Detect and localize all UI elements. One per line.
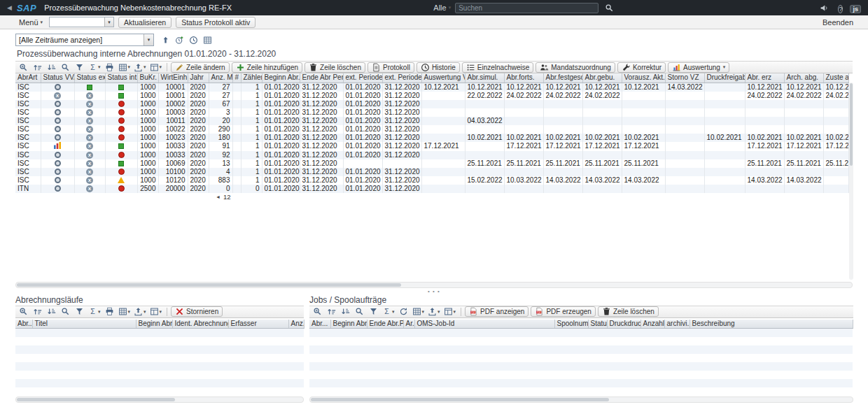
details-button[interactable] <box>17 62 30 73</box>
data-cell[interactable]: 10.12.2021 <box>622 83 665 92</box>
table-row[interactable]: ISCx100010002202067101.01.202031.12.2020… <box>15 100 848 108</box>
column-header[interactable]: Ende Abr Periode <box>300 73 343 83</box>
data-cell[interactable]: 31.12.2020 <box>382 83 421 92</box>
data-cell[interactable]: 2500 <box>137 185 158 193</box>
data-cell[interactable]: 1 <box>241 151 262 159</box>
status-cell[interactable] <box>105 185 137 193</box>
data-cell[interactable]: 31.12.2020 <box>300 83 343 92</box>
data-cell[interactable] <box>232 185 241 193</box>
data-cell[interactable] <box>421 125 465 134</box>
data-cell[interactable]: 01.01.2020 <box>343 185 382 193</box>
combo-dropdown-button[interactable]: ▾ <box>144 34 153 45</box>
data-cell[interactable]: 01.01.2020 <box>262 168 300 176</box>
data-cell[interactable]: 01.01.2020 <box>262 134 300 142</box>
status-cell[interactable] <box>41 117 74 125</box>
data-cell[interactable]: 31.12.2020 <box>382 142 421 151</box>
layout-button[interactable]: ▾ <box>148 306 164 317</box>
data-cell[interactable] <box>784 108 823 117</box>
pdf-anzeigen-button[interactable]: PDF anzeigen <box>465 306 528 317</box>
column-header[interactable]: Beginn Abr.per. <box>136 320 172 329</box>
status-cell[interactable]: x <box>74 108 105 117</box>
column-header[interactable]: Arch. abg. <box>784 73 823 83</box>
search-input[interactable] <box>455 3 598 13</box>
data-cell[interactable] <box>665 92 704 100</box>
status-cell[interactable] <box>105 83 137 92</box>
data-cell[interactable] <box>382 159 421 168</box>
data-cell[interactable] <box>784 100 823 108</box>
data-cell[interactable]: 31.12.2020 <box>382 117 421 125</box>
data-cell[interactable]: 10022 <box>158 125 188 134</box>
status-cell[interactable] <box>105 176 137 185</box>
data-cell[interactable]: ISC <box>15 117 41 125</box>
data-cell[interactable] <box>823 168 848 176</box>
table-row[interactable]: ITNx25002000020200001.01.202031.12.20200… <box>15 185 848 193</box>
data-cell[interactable] <box>232 176 241 185</box>
data-cell[interactable] <box>582 100 622 108</box>
data-cell[interactable]: 17.12.2021 <box>745 142 784 151</box>
data-cell[interactable]: 10.02.2021 <box>823 134 848 142</box>
data-cell[interactable] <box>232 100 241 108</box>
data-cell[interactable] <box>232 168 241 176</box>
protokoll-button[interactable]: Protokoll <box>368 62 414 73</box>
data-cell[interactable]: 10.12.2021 <box>582 83 622 92</box>
data-cell[interactable]: 20000 <box>158 185 188 193</box>
data-cell[interactable] <box>823 185 848 193</box>
data-cell[interactable]: 10023 <box>158 134 188 142</box>
data-cell[interactable]: 10011 <box>158 117 188 125</box>
data-cell[interactable] <box>504 100 543 108</box>
data-cell[interactable] <box>543 151 582 159</box>
period-history-button[interactable] <box>187 34 200 45</box>
refresh-button[interactable] <box>397 306 410 317</box>
data-cell[interactable]: 31.12.2020 <box>300 125 343 134</box>
column-header[interactable]: Beschreibung <box>690 320 853 329</box>
column-header[interactable]: Zuste abg. <box>823 73 848 83</box>
search-scope-dropdown[interactable]: Alle ▾ <box>433 3 451 12</box>
search-button[interactable] <box>603 2 616 13</box>
find-button[interactable] <box>59 62 72 73</box>
data-cell[interactable] <box>665 176 704 185</box>
data-cell[interactable]: ISC <box>15 159 41 168</box>
period-overview-button[interactable] <box>201 34 214 45</box>
data-cell[interactable] <box>421 168 465 176</box>
data-cell[interactable] <box>232 159 241 168</box>
expand-period-button[interactable] <box>159 34 172 45</box>
data-cell[interactable]: 01.01.2020 <box>343 100 382 108</box>
table-row[interactable]: ISCx100010033202092101.01.202031.12.2020… <box>15 151 848 159</box>
table-row[interactable]: ISC100010001202027101.01.202031.12.20200… <box>15 83 848 92</box>
print-button[interactable] <box>103 62 116 73</box>
data-cell[interactable] <box>543 125 582 134</box>
sort-descending-button[interactable] <box>45 306 58 317</box>
back-icon[interactable]: ◀ <box>7 4 12 11</box>
data-cell[interactable]: 31.12.2020 <box>300 142 343 151</box>
data-cell[interactable]: 17.12.2021 <box>784 142 823 151</box>
data-cell[interactable]: 1 <box>241 108 262 117</box>
data-cell[interactable]: 20 <box>209 117 232 125</box>
data-cell[interactable]: ISC <box>15 100 41 108</box>
column-header[interactable]: Anz. ME <box>209 73 232 83</box>
data-cell[interactable]: 10002 <box>158 100 188 108</box>
table-row[interactable]: ISCx10001010020204101.01.202031.12.20200… <box>15 168 848 176</box>
data-cell[interactable]: 2020 <box>188 185 209 193</box>
data-cell[interactable]: ISC <box>15 125 41 134</box>
data-cell[interactable]: 31.12.2020 <box>300 159 343 168</box>
table-row[interactable]: ISCxx100010001202027101.01.202031.12.202… <box>15 92 848 100</box>
status-cell[interactable] <box>105 117 137 125</box>
data-cell[interactable]: 10100 <box>158 168 188 176</box>
period-combobox[interactable]: [Alle Zeiträume anzeigen] ▾ <box>15 34 154 46</box>
data-cell[interactable]: ISC <box>15 176 41 185</box>
data-cell[interactable]: 2020 <box>188 134 209 142</box>
runs-scrollbar-thumb[interactable] <box>17 398 175 401</box>
sum-button[interactable]: ▾ <box>87 306 102 317</box>
data-cell[interactable] <box>465 100 504 108</box>
column-header[interactable]: Status <box>588 320 607 329</box>
data-cell[interactable]: 1000 <box>137 159 158 168</box>
data-cell[interactable] <box>704 125 745 134</box>
column-header[interactable]: Status ext. <box>74 73 105 83</box>
data-cell[interactable] <box>465 125 504 134</box>
data-cell[interactable] <box>745 125 784 134</box>
table-row[interactable]: ISCx100010069202013101.01.202031.12.2020… <box>15 159 848 168</box>
status-cell[interactable] <box>41 108 74 117</box>
status-cell[interactable] <box>105 100 137 108</box>
sum-button[interactable]: ▾ <box>87 62 102 73</box>
status-cell[interactable]: x <box>74 92 105 100</box>
